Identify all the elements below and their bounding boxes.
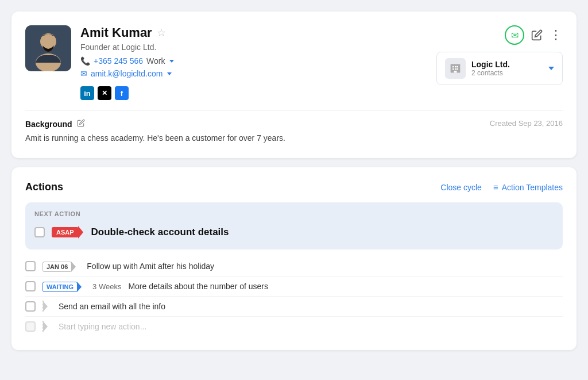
more-options-button[interactable]: ⋮ bbox=[550, 28, 563, 43]
action-row-1: JAN 06 Follow up with Amit after his hol… bbox=[25, 256, 563, 277]
action-text-main: Double-check account details bbox=[91, 227, 229, 238]
email-dropdown-icon[interactable] bbox=[167, 72, 172, 75]
next-action-box: NEXT ACTION ASAP Double-check account de… bbox=[25, 202, 563, 250]
profile-name-row: Amit Kumar ☆ bbox=[80, 25, 174, 40]
new-action-badge bbox=[42, 321, 44, 332]
empty-badge bbox=[42, 301, 44, 312]
background-section: Background Created Sep 23, 2016 Amit is … bbox=[25, 110, 563, 144]
action-row-new: Start typing new action... bbox=[25, 317, 563, 336]
svg-rect-9 bbox=[457, 68, 459, 70]
asap-badge: ASAP bbox=[52, 227, 79, 237]
avatar bbox=[25, 25, 71, 71]
svg-rect-6 bbox=[457, 66, 459, 68]
actions-header: Actions Close cycle ≡ Action Templates bbox=[25, 181, 563, 193]
phone-number[interactable]: +365 245 566 bbox=[94, 56, 143, 66]
action-checkbox-1[interactable] bbox=[25, 261, 36, 271]
action-row-2: WAITING 3 Weeks More details about the n… bbox=[25, 277, 563, 297]
profile-phone-row: 📞 +365 245 566 Work bbox=[80, 56, 174, 66]
weeks-text: 3 Weeks bbox=[92, 282, 121, 291]
company-info: Logic Ltd. 2 contacts bbox=[471, 60, 543, 77]
background-title: Background bbox=[25, 120, 72, 129]
actions-right: Close cycle ≡ Action Templates bbox=[440, 182, 563, 192]
background-text: Amit is running a chess academy. He's be… bbox=[25, 132, 563, 144]
action-templates-button[interactable]: ≡ Action Templates bbox=[493, 182, 563, 192]
email-action-button[interactable]: ✉ bbox=[505, 25, 524, 45]
star-icon[interactable]: ☆ bbox=[157, 26, 166, 39]
created-date: Created Sep 23, 2016 bbox=[490, 119, 563, 128]
company-dropdown-icon[interactable] bbox=[548, 67, 554, 70]
actions-title: Actions bbox=[25, 181, 63, 193]
edit-button[interactable] bbox=[531, 29, 543, 41]
email-address[interactable]: amit.k@logicltd.com bbox=[91, 69, 163, 78]
action-checkbox-2[interactable] bbox=[25, 281, 36, 291]
waiting-badge: WAITING bbox=[42, 282, 78, 292]
profile-actions: ✉ ⋮ bbox=[505, 25, 563, 45]
x-icon[interactable]: ✕ bbox=[98, 86, 111, 100]
profile-header: Amit Kumar ☆ Founder at Logic Ltd. 📞 +36… bbox=[25, 25, 563, 100]
profile-info: Amit Kumar ☆ Founder at Logic Ltd. 📞 +36… bbox=[80, 25, 174, 100]
company-icon bbox=[445, 58, 466, 79]
action-checkbox-3[interactable] bbox=[25, 301, 36, 312]
svg-rect-7 bbox=[452, 68, 454, 70]
action-row-main: ASAP Double-check account details bbox=[34, 223, 554, 241]
company-box[interactable]: Logic Ltd. 2 contacts bbox=[436, 52, 563, 85]
profile-name: Amit Kumar bbox=[80, 25, 152, 40]
profile-card: Amit Kumar ☆ Founder at Logic Ltd. 📞 +36… bbox=[11, 11, 577, 158]
profile-title: Founder at Logic Ltd. bbox=[80, 43, 174, 52]
next-action-label: NEXT ACTION bbox=[34, 210, 554, 217]
company-name: Logic Ltd. bbox=[471, 60, 543, 69]
background-edit-icon[interactable] bbox=[77, 119, 85, 129]
linkedin-icon[interactable]: in bbox=[80, 86, 94, 100]
close-cycle-button[interactable]: Close cycle bbox=[440, 183, 482, 192]
svg-rect-10 bbox=[454, 71, 457, 72]
new-action-placeholder[interactable]: Start typing new action... bbox=[59, 322, 146, 331]
profile-email-row: ✉ amit.k@logicltd.com bbox=[80, 69, 174, 78]
svg-rect-8 bbox=[455, 68, 457, 70]
profile-right: ✉ ⋮ bbox=[436, 25, 563, 85]
date-badge-1: JAN 06 bbox=[42, 262, 72, 272]
phone-icon: 📞 bbox=[80, 56, 90, 66]
actions-card: Actions Close cycle ≡ Action Templates N… bbox=[11, 167, 577, 350]
action-text-3: Send an email with all the info bbox=[59, 302, 165, 311]
social-icons: in ✕ f bbox=[80, 86, 174, 100]
action-checkbox-main[interactable] bbox=[34, 227, 45, 237]
email-send-icon: ✉ bbox=[511, 30, 519, 41]
phone-dropdown-icon[interactable] bbox=[169, 60, 174, 63]
background-header: Background bbox=[25, 119, 563, 129]
phone-type: Work bbox=[146, 56, 165, 66]
action-text-2: More details about the number of users bbox=[128, 282, 268, 291]
email-icon: ✉ bbox=[80, 69, 87, 78]
svg-rect-4 bbox=[452, 66, 454, 68]
facebook-icon[interactable]: f bbox=[115, 86, 129, 100]
action-row-3: Send an email with all the info bbox=[25, 297, 563, 317]
svg-rect-5 bbox=[455, 66, 457, 68]
company-contacts: 2 contacts bbox=[471, 69, 543, 77]
list-icon: ≡ bbox=[493, 182, 498, 192]
action-checkbox-new bbox=[25, 321, 36, 332]
action-templates-label: Action Templates bbox=[502, 183, 563, 192]
profile-left: Amit Kumar ☆ Founder at Logic Ltd. 📞 +36… bbox=[25, 25, 174, 100]
action-text-1: Follow up with Amit after his holiday bbox=[87, 262, 214, 271]
